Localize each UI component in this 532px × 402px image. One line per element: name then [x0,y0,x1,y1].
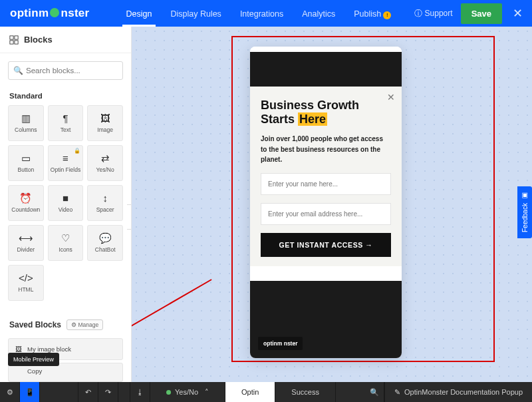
blocks-icon [9,35,19,45]
chat-icon: 💬 [99,233,112,243]
undo-button[interactable]: ↶ [78,382,98,402]
text-icon: ¶ [63,113,68,123]
support-link[interactable]: ⓘ Support [414,8,453,19]
save-button[interactable]: Save [461,3,502,24]
manage-saved-button[interactable]: ⚙ Manage [66,319,103,330]
popup-brand-badge: optinm nster [258,337,303,350]
sidebar-header: Blocks [0,27,131,53]
block-chatbot[interactable]: 💬ChatBot [87,225,123,261]
saved-blocks-label: Saved Blocks [9,320,61,329]
undo-icon: ↶ [85,388,91,397]
clock-icon: ⏰ [19,193,32,203]
svg-rect-3 [15,40,18,43]
popup-header-image [250,52,402,87]
yesno-icon: ⇄ [101,153,110,163]
divider-icon: ⟷ [19,233,33,243]
annotation-arrow [132,279,212,379]
tab-analytics[interactable]: Analytics [302,1,335,25]
canvas[interactable]: ✕ Business Growth Starts Here Join over … [132,27,532,382]
mobile-preview-device: ✕ Business Growth Starts Here Join over … [250,47,402,358]
svg-rect-1 [15,35,18,39]
svg-rect-2 [10,40,13,43]
block-button[interactable]: ▭Button [8,145,44,181]
sidebar-collapse-toggle[interactable]: ‹ [127,204,132,230]
import-button[interactable]: ⭳ [130,382,150,402]
fields-icon: ≡ [63,153,68,163]
standard-blocks-grid: ▥Columns ¶Text 🖼Image ▭Button 🔒≡Optin Fi… [0,105,131,306]
search-icon: 🔍 [370,388,379,397]
pencil-icon: ✎ [394,388,400,397]
settings-button[interactable]: ⚙ [0,382,20,402]
lock-icon: 🔒 [74,148,80,154]
mobile-icon: 📱 [25,388,35,397]
spacer-icon: ↕ [102,193,108,203]
block-icons[interactable]: ♡Icons [48,225,84,261]
popup-email-input[interactable] [261,203,391,225]
view-yes-no[interactable]: Yes/No ˄ [150,382,225,402]
block-text[interactable]: ¶Text [48,105,84,141]
view-optin[interactable]: Optin [225,382,275,402]
feedback-tab[interactable]: Feedback ▣ [517,186,532,238]
code-icon: </> [19,273,33,283]
popup-name-input[interactable] [261,173,391,195]
campaign-name[interactable]: ✎ OptinMonster Documentation Popup [384,382,532,402]
block-spacer[interactable]: ↕Spacer [87,185,123,221]
search-icon: 🔍 [13,66,23,75]
monster-icon [50,8,59,17]
block-html[interactable]: </>HTML [8,265,44,301]
search-campaign-button[interactable]: 🔍 [364,382,384,402]
block-countdown[interactable]: ⏰Countdown [8,185,44,221]
publish-status-dot: ! [383,11,391,19]
block-image[interactable]: 🖼Image [87,105,123,141]
mobile-preview-button[interactable]: 📱 [20,382,40,402]
popup-close-button[interactable]: ✕ [387,92,395,102]
help-icon: ⓘ [414,8,422,19]
view-success[interactable]: Success [275,382,336,402]
video-icon: ■ [63,193,68,203]
popup-footer: optinm nster [250,281,402,358]
popup-subhead[interactable]: Join over 1,000 people who get access to… [261,134,391,165]
block-divider[interactable]: ⟷Divider [8,225,44,261]
status-dot [166,390,171,395]
gear-icon: ⚙ [7,388,13,397]
block-columns[interactable]: ▥Columns [8,105,44,141]
download-icon: ⭳ [136,388,144,396]
button-icon: ▭ [21,153,31,163]
search-blocks-input[interactable] [8,61,123,80]
tab-display-rules[interactable]: Display Rules [170,1,221,25]
chat-icon: ▣ [521,192,529,200]
mobile-preview-tooltip: Mobile Preview [8,353,59,366]
bottombar: ⚙ 📱 ↶ ↷ ⭳ Yes/No ˄ Optin Success 🔍 ✎ Opt… [0,382,532,402]
redo-icon: ↷ [105,388,111,397]
popup-cta-button[interactable]: GET INSTANT ACCESS → [261,233,391,257]
heart-icon: ♡ [61,233,70,243]
tab-integrations[interactable]: Integrations [240,1,283,25]
block-video[interactable]: ■Video [48,185,84,221]
block-yes-no[interactable]: ⇄Yes/No [87,145,123,181]
top-nav: Design Display Rules Integrations Analyt… [126,1,392,25]
svg-rect-0 [10,35,13,39]
tab-design[interactable]: Design [126,1,152,25]
chevron-up-icon: ˄ [205,388,209,397]
image-icon: 🖼 [100,113,110,123]
tab-publish[interactable]: Publish! [354,1,391,25]
redo-button[interactable]: ↷ [98,382,118,402]
popup-headline[interactable]: Business Growth Starts Here [261,99,391,126]
image-icon: 🖼 [15,345,22,353]
sidebar: Blocks 🔍 Standard ▥Columns ¶Text 🖼Image … [0,27,132,382]
topbar: optinmnster Design Display Rules Integra… [0,0,532,27]
close-editor-button[interactable]: ✕ [510,6,525,21]
brand-logo: optinmnster [10,7,90,20]
block-optin-fields[interactable]: 🔒≡Optin Fields [48,145,84,181]
columns-icon: ▥ [21,113,31,123]
section-standard-label: Standard [0,85,131,105]
